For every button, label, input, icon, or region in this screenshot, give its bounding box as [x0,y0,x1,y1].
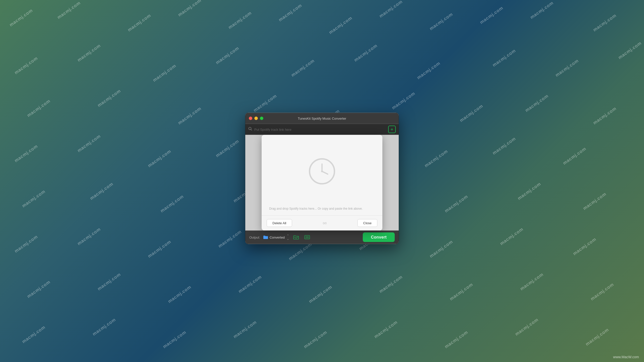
history-dialog: Drag and drop Spotify tracks here... Or … [262,135,382,231]
app-window: TunesKit Spotify Music Converter + Dra [245,113,399,244]
delete-all-button[interactable]: Delete All [267,219,292,227]
svg-line-1 [251,129,252,130]
add-button[interactable]: + [388,126,396,133]
dialog-clock-icon [308,158,336,186]
track-count: 0/0 [323,221,327,224]
list-view-button[interactable] [303,233,311,241]
traffic-lights [249,117,263,120]
main-content: Drag and drop Spotify tracks here... Or … [245,135,399,231]
spotify-link-input[interactable] [254,127,386,131]
close-button[interactable] [249,117,252,120]
bottom-site-watermark: www.MacW.com [613,355,639,359]
open-folder-button[interactable] [292,233,300,241]
convert-button[interactable]: Convert [363,233,395,242]
dialog-footer: Delete All 0/0 Close [262,215,382,231]
open-folder-icon [293,235,299,240]
svg-point-9 [321,170,323,172]
search-bar: + [245,124,399,135]
dropdown-arrow-icon: ⌃⌄ [287,234,289,241]
svg-rect-10 [305,236,310,239]
svg-line-8 [322,171,328,174]
dialog-overlay: Drag and drop Spotify tracks here... Or … [245,135,399,231]
title-bar: TunesKit Spotify Music Converter [245,113,399,124]
folder-icon [263,235,268,239]
list-icon [304,235,310,240]
window-title: TunesKit Spotify Music Converter [245,116,399,120]
dialog-clock-svg [308,158,336,185]
bottom-bar: Output: Converted ⌃⌄ Convert [245,231,399,244]
dialog-content: Drag and drop Spotify tracks here... Or … [262,135,382,215]
output-folder-selector[interactable]: Converted ⌃⌄ [263,234,289,241]
dialog-drag-text: Drag and drop Spotify tracks here... Or … [269,207,375,210]
maximize-button[interactable] [260,117,263,120]
minimize-button[interactable] [254,117,258,120]
search-icon [248,127,252,132]
output-label: Output: [249,235,260,239]
output-folder-name: Converted [270,235,285,239]
close-dialog-button[interactable]: Close [357,219,377,227]
